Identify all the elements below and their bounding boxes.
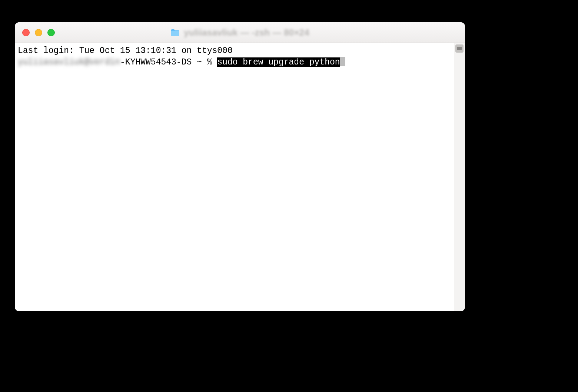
prompt-line: yuliiasavliuk@verdin-KYHWW54543-DS ~ % s… [18,57,462,68]
close-button[interactable] [22,29,30,36]
prompt-host: -KYHWW54543-DS ~ % [120,57,217,67]
terminal-window: yuliiasavliuk — -zsh — 80×24 Last login:… [15,22,465,311]
grip-icon [457,47,462,50]
window-title: yuliiasavliuk — -zsh — 80×24 [184,27,309,38]
text-cursor [340,57,345,66]
scrollbar-thumb[interactable] [455,44,464,53]
last-login-line: Last login: Tue Oct 15 13:10:31 on ttys0… [18,45,462,57]
command-selected-text[interactable]: sudo brew upgrade python [217,57,340,67]
maximize-button[interactable] [47,29,55,36]
terminal-content[interactable]: Last login: Tue Oct 15 13:10:31 on ttys0… [15,43,465,70]
window-controls [22,29,55,36]
minimize-button[interactable] [35,29,42,36]
prompt-user: yuliiasavliuk@verdin [18,57,120,67]
terminal-body[interactable]: Last login: Tue Oct 15 13:10:31 on ttys0… [15,43,465,311]
window-title-area: yuliiasavliuk — -zsh — 80×24 [15,27,465,38]
folder-icon [170,29,180,37]
scrollbar-track[interactable] [454,43,465,311]
window-titlebar[interactable]: yuliiasavliuk — -zsh — 80×24 [15,22,465,43]
